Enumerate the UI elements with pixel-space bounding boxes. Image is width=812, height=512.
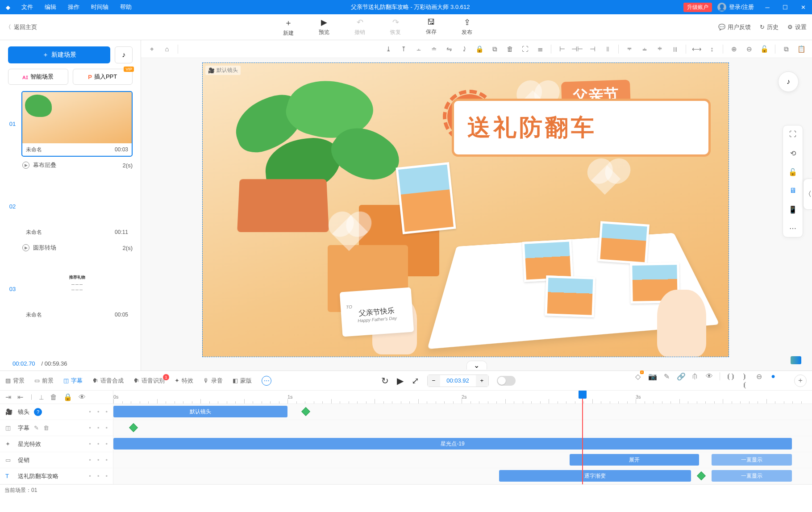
canvas-viewport[interactable]: 🎥 默认镜头 促销 bbox=[141, 58, 812, 370]
track-label-星光特效[interactable]: ✦星光特效••• bbox=[0, 436, 113, 452]
track-送礼防翻车攻略[interactable]: 逐字渐变一直显示 bbox=[113, 468, 812, 484]
track-keyframe-dots[interactable]: ••• bbox=[89, 408, 108, 415]
timeline-clip[interactable]: 星光点-19 bbox=[113, 438, 792, 450]
maximize-button[interactable]: ☐ bbox=[776, 0, 794, 14]
align-vcenter-icon[interactable]: ⫠ bbox=[412, 42, 426, 56]
cut-icon[interactable]: ⟂ bbox=[39, 393, 44, 401]
autoplay-toggle[interactable] bbox=[497, 376, 516, 386]
playhead[interactable] bbox=[582, 391, 583, 484]
collapse-canvas-button[interactable]: ⌄ bbox=[466, 361, 487, 370]
timeline-clip[interactable]: 默认镜头 bbox=[113, 406, 287, 417]
mobile-mode-icon[interactable]: 📱 bbox=[787, 204, 798, 215]
help-icon[interactable]: ? bbox=[34, 408, 42, 416]
track-keyframe-dots[interactable]: ••• bbox=[89, 457, 108, 463]
zoom-out-timeline-icon[interactable]: ⊖ bbox=[755, 372, 763, 389]
group-icon[interactable]: ⧉ bbox=[487, 42, 502, 56]
play-button[interactable]: ▶ bbox=[397, 375, 404, 386]
playhead-handle[interactable] bbox=[579, 391, 587, 399]
same-width-icon[interactable]: ⟷ bbox=[690, 42, 704, 56]
tool-用户反馈[interactable]: 💬用户反馈 bbox=[718, 23, 751, 31]
delete-icon[interactable]: 🗑 bbox=[503, 42, 517, 56]
more-tabs-button[interactable]: ⋯ bbox=[262, 376, 271, 386]
tool-预览[interactable]: ▶预览 bbox=[315, 17, 333, 37]
keyframe-icon[interactable]: ◇v bbox=[634, 372, 642, 389]
tool-新建[interactable]: ＋新建 bbox=[279, 17, 297, 37]
keyframe-diamond[interactable] bbox=[697, 471, 706, 480]
tool-保存[interactable]: 🖫保存 bbox=[422, 17, 440, 37]
track-促销[interactable]: 展开一直显示 bbox=[113, 452, 812, 468]
close-button[interactable]: ✕ bbox=[794, 0, 812, 14]
camera-tool-icon[interactable]: 📷 bbox=[648, 372, 656, 389]
keyframe-diamond[interactable] bbox=[301, 407, 310, 416]
insert-ppt-button[interactable]: P 插入PPT VIP bbox=[73, 69, 133, 85]
edit-icon[interactable]: ✎ bbox=[34, 425, 39, 431]
select-tool-icon[interactable]: ⌖ bbox=[145, 42, 159, 56]
new-scene-button[interactable]: ＋ 新建场景 bbox=[8, 46, 110, 63]
timeline-clip[interactable]: 一直显示 bbox=[712, 454, 792, 466]
lock-icon[interactable]: 🔒 bbox=[472, 42, 487, 56]
align-vmid-icon[interactable]: ⫨ bbox=[637, 42, 652, 56]
scene-card[interactable]: 推荐礼物— — —— — —未命名00:05 bbox=[21, 256, 133, 322]
more-icon[interactable]: ⋯ bbox=[787, 223, 798, 233]
import-icon[interactable]: ⇥ bbox=[5, 393, 11, 401]
timeline-clip[interactable]: 逐字渐变 bbox=[499, 470, 691, 482]
delete-icon[interactable]: 🗑 bbox=[43, 425, 49, 431]
align-hcenter-icon[interactable]: ⊣⊢ bbox=[570, 42, 584, 56]
same-height-icon[interactable]: ↕ bbox=[705, 42, 719, 56]
eye-tool-icon[interactable]: 👁 bbox=[705, 372, 713, 389]
home-tool-icon[interactable]: ⌂ bbox=[160, 42, 174, 56]
align-baseline-icon[interactable]: ≐ bbox=[427, 42, 441, 56]
time-input[interactable] bbox=[440, 377, 476, 384]
layers-icon[interactable]: ≣ bbox=[533, 42, 547, 56]
display-mode-icon[interactable]: 🖥 bbox=[787, 185, 798, 196]
menu-文件[interactable]: 文件 bbox=[16, 0, 38, 14]
distribute-h-icon[interactable]: ⫴ bbox=[600, 42, 615, 56]
bottom-tab-字幕[interactable]: ◫字幕 bbox=[63, 377, 83, 385]
track-镜头[interactable]: 默认镜头 bbox=[113, 404, 812, 420]
bottom-tab-前景[interactable]: ▭前景 bbox=[34, 377, 54, 385]
crop-icon[interactable]: ⛶ bbox=[518, 42, 532, 56]
distribute-v-icon[interactable]: ⫼ bbox=[668, 42, 682, 56]
transition-row[interactable]: ▶幕布层叠2(s) bbox=[8, 159, 133, 174]
fit-screen-icon[interactable]: ⛶ bbox=[787, 129, 798, 140]
track-keyframe-dots[interactable]: ••• bbox=[89, 425, 108, 431]
upgrade-account-badge[interactable]: 升级账户 bbox=[683, 3, 712, 12]
menu-时间轴[interactable]: 时间轴 bbox=[86, 0, 114, 14]
scene-thumbnail[interactable]: 推荐礼物— — —— — — bbox=[22, 257, 132, 308]
ai-scene-button[interactable]: ᴀɪ 智能场景 bbox=[8, 69, 68, 85]
menu-编辑[interactable]: 编辑 bbox=[39, 0, 62, 14]
bracket-left-icon[interactable]: ⦗⦘ bbox=[726, 372, 734, 389]
rotate-icon[interactable]: ⟲ bbox=[787, 148, 798, 158]
bottom-tab-录音[interactable]: 🎙录音 bbox=[203, 377, 223, 385]
track-keyframe-dots[interactable]: ••• bbox=[89, 473, 108, 479]
track-keyframe-dots[interactable]: ••• bbox=[89, 441, 108, 447]
zoom-in-icon[interactable]: ⊕ bbox=[727, 42, 741, 56]
timeline-ruler[interactable]: 0s1s2s3s bbox=[113, 391, 812, 404]
keyframe-diamond[interactable] bbox=[129, 423, 138, 432]
align-top2-icon[interactable]: ⫧ bbox=[622, 42, 637, 56]
expand-right-panel-tab[interactable]: 〈 bbox=[803, 179, 812, 210]
scene-item-01[interactable]: 01未命名00:03 bbox=[8, 91, 133, 157]
tool-历史[interactable]: ↻历史 bbox=[760, 23, 779, 31]
bottom-tab-蒙版[interactable]: ◧蒙版 bbox=[233, 377, 252, 385]
scene-thumbnail[interactable] bbox=[22, 92, 132, 143]
loop-icon[interactable]: ↻ bbox=[381, 375, 389, 386]
track-label-送礼防翻车攻略[interactable]: T送礼防翻车攻略••• bbox=[0, 468, 113, 484]
transition-row[interactable]: ▶圆形转场2(s) bbox=[8, 242, 133, 256]
scene-card[interactable]: 未命名00:03 bbox=[21, 91, 133, 157]
tool-设置[interactable]: ⚙设置 bbox=[787, 23, 807, 31]
zoom-slider-dot-icon[interactable]: ● bbox=[769, 372, 777, 389]
export-icon[interactable]: ⇤ bbox=[17, 393, 23, 401]
time-increment-button[interactable]: + bbox=[476, 375, 488, 387]
paste-icon[interactable]: 📋 bbox=[794, 42, 808, 56]
back-home-button[interactable]: 〈 返回主页 bbox=[5, 23, 37, 31]
flip-h-icon[interactable]: ⇋ bbox=[442, 42, 456, 56]
canvas-stage[interactable]: 🎥 默认镜头 促销 bbox=[202, 62, 729, 357]
bracket-right-icon[interactable]: ⦘⦗ bbox=[741, 372, 749, 389]
track-label-促销[interactable]: ▭促销••• bbox=[0, 452, 113, 468]
unlock-icon[interactable]: 🔓 bbox=[787, 167, 798, 177]
align-right-icon[interactable]: ⊣ bbox=[585, 42, 600, 56]
split-icon[interactable]: ⸽ bbox=[29, 393, 33, 401]
minimize-button[interactable]: ─ bbox=[758, 0, 776, 14]
scene-card[interactable]: 未命名00:11 bbox=[21, 174, 133, 239]
